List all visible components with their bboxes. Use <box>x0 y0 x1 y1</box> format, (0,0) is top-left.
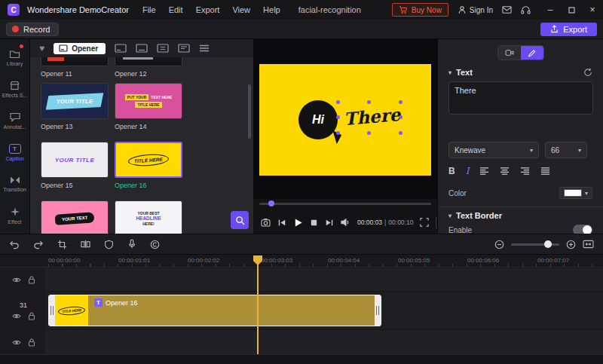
eye-icon[interactable] <box>12 313 21 320</box>
snapshot-camera-button[interactable] <box>261 218 271 227</box>
align-center-button[interactable] <box>500 167 510 176</box>
previous-frame-button[interactable] <box>277 219 286 227</box>
template-item-opener-16[interactable]: TITLE HERE Opener 16 <box>115 142 182 189</box>
maximize-button[interactable] <box>561 0 582 20</box>
menu-view[interactable]: View <box>232 5 250 14</box>
playhead[interactable] <box>257 256 259 354</box>
selection-handle[interactable] <box>399 131 403 135</box>
next-frame-button[interactable] <box>325 219 334 227</box>
text-input[interactable]: There <box>448 81 593 115</box>
lock-icon[interactable] <box>28 276 35 284</box>
selection-handle[interactable] <box>399 115 403 119</box>
template-thumbnail[interactable]: YOUR BEST HEADLINE HERE! <box>115 200 182 234</box>
template-item-opener-13[interactable]: YOUR TITLE Opener 13 <box>41 83 109 130</box>
menu-edit[interactable]: Edit <box>169 5 183 14</box>
zoom-in-button[interactable] <box>566 240 576 249</box>
zoom-slider-knob[interactable] <box>544 240 552 248</box>
font-family-select[interactable]: Knewave ▾ <box>448 142 539 158</box>
support-headset-icon[interactable] <box>521 5 531 14</box>
category-list-icon[interactable] <box>199 44 210 52</box>
feedback-mail-icon[interactable] <box>502 5 512 14</box>
template-thumbnail[interactable]: PUT YOURTEXT HERE TITLE HERE <box>115 83 182 119</box>
tab-clip-settings[interactable] <box>498 46 521 60</box>
selection-handle[interactable] <box>336 115 340 119</box>
eye-icon[interactable] <box>12 339 21 346</box>
shield-denoise-button[interactable] <box>104 240 114 249</box>
redo-button[interactable] <box>33 240 44 249</box>
template-thumbnail-selected[interactable]: TITLE HERE <box>115 142 182 178</box>
preview-stage[interactable]: Hi There <box>253 39 437 199</box>
fullscreen-button[interactable] <box>420 218 429 227</box>
play-button[interactable] <box>293 218 303 228</box>
category-lower-third-icon[interactable] <box>115 44 127 53</box>
favorites-heart-icon[interactable]: ♥ <box>39 44 44 53</box>
eye-icon[interactable] <box>12 277 21 283</box>
clip-trim-handle-left[interactable] <box>49 295 55 326</box>
microphone-button[interactable] <box>127 239 136 249</box>
sidebar-item-effect[interactable]: Effect <box>0 200 30 231</box>
template-item-opener-15[interactable]: YOUR TITLE Opener 15 <box>41 142 109 189</box>
template-thumbnail[interactable]: YOUR TITLE <box>41 142 109 178</box>
selection-box[interactable] <box>338 102 401 133</box>
zoom-slider[interactable] <box>511 243 559 246</box>
align-justify-button[interactable] <box>540 167 550 176</box>
timeline-bottom-scroll-area[interactable] <box>0 354 603 364</box>
selection-handle[interactable] <box>367 131 371 135</box>
speech-bubble[interactable]: Hi <box>298 100 338 139</box>
copyright-button[interactable] <box>150 240 160 249</box>
undo-button[interactable] <box>9 240 20 249</box>
sidebar-item-effects-store[interactable]: Effects S... <box>0 73 30 105</box>
playback-progress[interactable] <box>259 200 431 206</box>
text-section-header[interactable]: ▾ Text <box>448 68 592 77</box>
timeline-clip-opener-16[interactable]: TITLE HERE T Opener 16 <box>48 295 381 326</box>
minimize-button[interactable]: – <box>540 0 561 20</box>
record-button[interactable]: Record <box>6 23 59 36</box>
align-right-button[interactable] <box>520 167 530 176</box>
zoom-out-button[interactable] <box>494 240 504 249</box>
sign-in-button[interactable]: Sign In <box>458 5 493 14</box>
menu-export[interactable]: Export <box>196 5 220 14</box>
template-thumbnail[interactable]: YOUR TITLE <box>41 83 109 119</box>
track-3[interactable] <box>47 330 603 354</box>
volume-button[interactable] <box>341 218 350 227</box>
selection-handle[interactable] <box>399 100 403 104</box>
template-item-opener-14[interactable]: PUT YOURTEXT HERE TITLE HERE Opener 14 <box>115 83 182 130</box>
selection-handle[interactable] <box>367 100 371 104</box>
selection-handle[interactable] <box>336 131 340 135</box>
text-border-section-header[interactable]: ▾ Text Border <box>448 211 592 220</box>
buy-now-button[interactable]: Buy Now <box>392 3 448 17</box>
bold-button[interactable]: B <box>448 166 455 176</box>
timeline-ruler[interactable]: 00:00:00:00 00:00:01:01 00:00:02:02 00:0… <box>0 255 603 268</box>
template-item[interactable]: YOUR TEXT <box>41 200 109 234</box>
close-button[interactable]: × <box>582 0 603 20</box>
progress-knob[interactable] <box>268 200 274 206</box>
selection-handle[interactable] <box>336 100 340 104</box>
preview-canvas[interactable]: Hi There <box>259 64 431 176</box>
sidebar-item-transition[interactable]: Transition <box>0 168 30 200</box>
clip-trim-handle-right[interactable] <box>375 295 381 326</box>
category-callout-icon[interactable] <box>178 44 190 53</box>
sidebar-item-library[interactable]: Library <box>0 41 30 73</box>
reset-icon[interactable] <box>583 68 592 77</box>
stop-button[interactable] <box>310 219 318 227</box>
align-left-button[interactable] <box>479 167 489 176</box>
tab-edit[interactable] <box>521 46 543 60</box>
menu-file[interactable]: File <box>142 5 156 14</box>
category-subtitle-icon[interactable] <box>136 44 148 53</box>
tab-opener[interactable]: Opener <box>54 43 106 54</box>
trim-crop-button[interactable] <box>57 240 67 249</box>
template-item[interactable]: YOUR BEST HEADLINE HERE! <box>115 200 182 234</box>
lock-icon[interactable] <box>28 312 35 320</box>
lock-icon[interactable] <box>28 338 35 347</box>
italic-button[interactable]: I <box>466 166 470 176</box>
sidebar-item-annotations[interactable]: Annotat... <box>0 105 30 136</box>
search-button[interactable] <box>231 211 249 229</box>
menu-help[interactable]: Help <box>263 5 280 14</box>
progress-track[interactable] <box>259 203 431 205</box>
color-picker[interactable]: ▾ <box>559 187 592 199</box>
export-button[interactable]: Export <box>540 23 597 36</box>
category-end-credit-icon[interactable] <box>157 44 169 53</box>
template-thumbnail[interactable]: YOUR TEXT <box>41 200 109 234</box>
track-1[interactable] <box>47 268 603 291</box>
fit-timeline-button[interactable] <box>583 240 594 249</box>
